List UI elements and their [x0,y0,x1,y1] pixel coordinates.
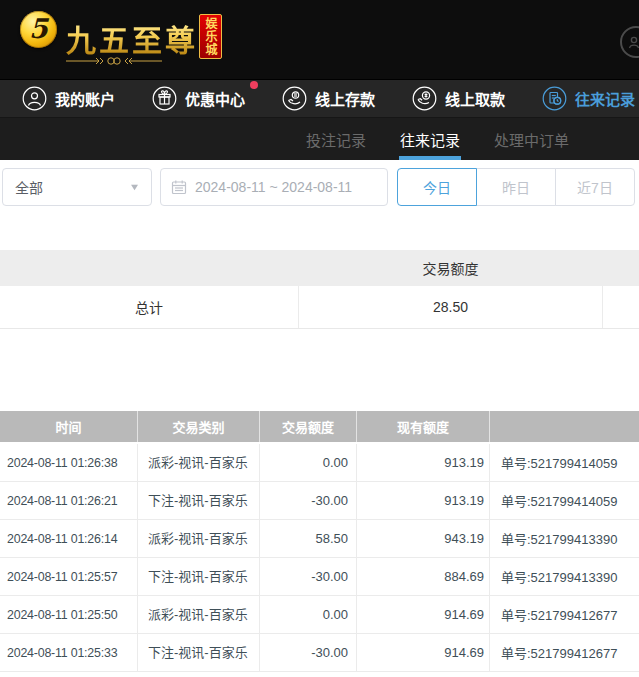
nav-item-label: 线上取款 [445,88,505,109]
tab-betting-records[interactable]: 投注记录 [306,118,366,160]
quick-date-buttons: 今日 昨日 近7日 [397,168,635,206]
brand-logo-icon[interactable]: 5 [20,11,57,48]
cell-type: 下注-视讯-百家乐 [137,558,259,595]
nav-item-deposit[interactable]: 线上存款 [282,86,375,111]
cell-remark: 单号:521799414059 [489,444,639,481]
cell-remark: 单号:521799414059 [489,482,639,519]
cell-balance: 914.69 [356,596,489,633]
main-nav: 我的账户 优惠中心 线上存款 线上取款 [0,80,639,118]
header-balance: 现有额度 [356,411,489,442]
table-row: 2024-08-11 01:26:38 派彩-视讯-百家乐 0.00 913.1… [0,444,639,482]
summary-row-spacer [603,286,639,328]
logo-glyph: 5 [29,15,48,42]
gift-icon [152,86,177,111]
cell-type: 派彩-视讯-百家乐 [137,596,259,633]
cell-amount: 0.00 [259,596,356,633]
cell-time: 2024-08-11 01:26:14 [0,520,137,557]
brand-badge: 娱乐城 [199,14,222,59]
table-row: 2024-08-11 01:25:33 下注-视讯-百家乐 -30.00 914… [0,634,639,672]
table-header-row: 时间 交易类别 交易额度 现有额度 [0,411,639,444]
cell-amount: 0.00 [259,444,356,481]
cell-amount: -30.00 [259,558,356,595]
cell-time: 2024-08-11 01:25:33 [0,634,137,671]
cell-remark: 单号:521799413390 [489,558,639,595]
cell-balance: 943.19 [356,520,489,557]
summary-total-value: 28.50 [298,286,603,328]
summary-header-row: 交易额度 [0,250,639,286]
cell-time: 2024-08-11 01:25:57 [0,558,137,595]
header-amount: 交易额度 [259,411,356,442]
cell-type: 派彩-视讯-百家乐 [137,444,259,481]
summary-total-label: 总计 [0,286,298,328]
category-select-value: 全部 [15,177,43,197]
cell-remark: 单号:521799413390 [489,520,639,557]
nav-item-label: 我的账户 [55,88,115,109]
date-range-value: 2024-08-11 ~ 2024-08-11 [195,179,352,195]
tab-label: 投注记录 [306,129,366,150]
header-type: 交易类别 [137,411,259,442]
header-remark [489,411,639,442]
category-select[interactable]: 全部 ▼ [2,168,152,206]
summary-amount-header: 交易额度 [298,258,603,278]
page: 5 九五至尊 娱乐城 我的账户 [0,0,639,677]
user-icon [22,86,47,111]
nav-item-label: 往来记录 [575,88,635,109]
brand-bar: 5 九五至尊 娱乐城 [0,0,639,80]
calendar-icon [171,179,187,195]
tab-pending-orders[interactable]: 处理中订单 [494,118,569,160]
nav-item-promotions[interactable]: 优惠中心 [152,86,245,111]
cell-time: 2024-08-11 01:25:50 [0,596,137,633]
chevron-down-icon: ▼ [129,182,141,192]
cell-remark: 单号:521799412677 [489,634,639,671]
date-range-input[interactable]: 2024-08-11 ~ 2024-08-11 [160,168,388,206]
header-time: 时间 [0,411,137,442]
cell-type: 派彩-视讯-百家乐 [137,520,259,557]
flourish-ornament-icon [66,53,162,69]
nav-item-label: 优惠中心 [185,88,245,109]
cell-type: 下注-视讯-百家乐 [137,634,259,671]
records-icon [542,86,567,111]
cell-time: 2024-08-11 01:26:38 [0,444,137,481]
summary-total-row: 总计 28.50 [0,286,639,329]
cell-balance: 914.69 [356,634,489,671]
deposit-icon [282,86,307,111]
nav-item-label: 线上存款 [315,88,375,109]
cell-amount: -30.00 [259,634,356,671]
tab-label: 往来记录 [400,129,460,150]
yesterday-button[interactable]: 昨日 [476,168,556,206]
last7days-button[interactable]: 近7日 [555,168,635,206]
tab-label: 处理中订单 [494,129,569,150]
tab-transaction-records[interactable]: 往来记录 [400,118,460,160]
filter-row: 全部 ▼ 2024-08-11 ~ 2024-08-11 今日 昨日 近7日 [2,168,637,206]
nav-item-transaction-records[interactable]: 往来记录 [542,86,635,111]
floating-service-icon[interactable] [620,26,639,58]
nav-item-withdraw[interactable]: 线上取款 [412,86,505,111]
cell-balance: 913.19 [356,444,489,481]
cell-amount: 58.50 [259,520,356,557]
notification-dot [250,81,258,89]
record-tabs: 投注记录 往来记录 处理中订单 [0,118,639,160]
summary-table: 交易额度 总计 28.50 [0,250,639,329]
table-row: 2024-08-11 01:25:50 派彩-视讯-百家乐 0.00 914.6… [0,596,639,634]
cell-amount: -30.00 [259,482,356,519]
table-row: 2024-08-11 01:26:14 派彩-视讯-百家乐 58.50 943.… [0,520,639,558]
cell-time: 2024-08-11 01:26:21 [0,482,137,519]
table-row: 2024-08-11 01:25:57 下注-视讯-百家乐 -30.00 884… [0,558,639,596]
cell-balance: 884.69 [356,558,489,595]
table-row: 2024-08-11 01:26:21 下注-视讯-百家乐 -30.00 913… [0,482,639,520]
cell-balance: 913.19 [356,482,489,519]
nav-item-my-account[interactable]: 我的账户 [22,86,115,111]
cell-remark: 单号:521799412677 [489,596,639,633]
transactions-table: 时间 交易类别 交易额度 现有额度 2024-08-11 01:26:38 派彩… [0,411,639,672]
withdraw-icon [412,86,437,111]
today-button[interactable]: 今日 [397,168,477,206]
cell-type: 下注-视讯-百家乐 [137,482,259,519]
